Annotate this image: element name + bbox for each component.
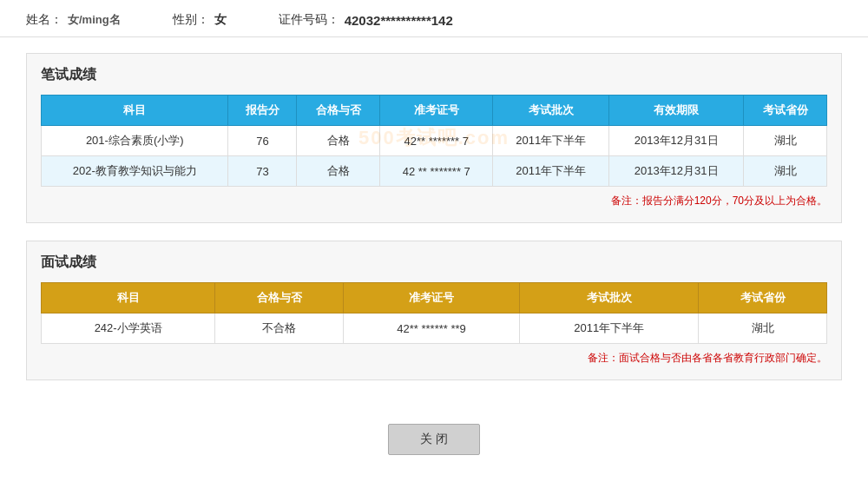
col-batch: 考试批次 [493,96,609,126]
cell-subject: 202-教育教学知识与能力 [42,156,228,187]
cell-examid: 42 ** ******* 7 [380,156,493,187]
cell-valid: 2013年12月31日 [609,156,744,187]
cell-batch: 2011年下半年 [493,126,609,156]
interview-title: 面试成绩 [41,254,827,272]
cell-score: 76 [228,126,297,156]
cell-score: 73 [228,156,297,187]
id-label: 证件号码： [279,12,339,28]
cell-valid: 2013年12月31日 [609,126,744,156]
written-section: 500考试吧.com 笔试成绩 科目 报告分 合格与否 准考证号 考试批次 有效… [26,53,842,223]
page-wrapper: 姓名： 女/ming名 性别： 女 证件号码： 42032**********1… [0,0,868,495]
col-pass: 合格与否 [215,283,344,314]
col-pass: 合格与否 [297,96,380,126]
table-row: 201-综合素质(小学) 76 合格 42** ******* 7 2011年下… [42,126,827,156]
col-score: 报告分 [228,96,297,126]
interview-note: 备注：面试合格与否由各省各省教育行政部门确定。 [41,351,827,366]
table-row: 242-小学英语 不合格 42** ****** **9 2011年下半年 湖北 [42,314,827,344]
interview-section: 面试成绩 科目 合格与否 准考证号 考试批次 考试省份 242-小学英语 不合格 [26,241,842,380]
table-row: 202-教育教学知识与能力 73 合格 42 ** ******* 7 2011… [42,156,827,187]
interview-table-header-row: 科目 合格与否 准考证号 考试批次 考试省份 [42,283,827,314]
written-note: 备注：报告分满分120分，70分及以上为合格。 [41,194,827,208]
cell-province: 湖北 [744,126,827,156]
col-subject: 科目 [42,283,215,314]
close-button[interactable]: 关 闭 [388,424,480,455]
footer: 关 闭 [0,415,868,472]
written-table-header-row: 科目 报告分 合格与否 准考证号 考试批次 有效期限 考试省份 [42,96,827,126]
col-examid: 准考证号 [343,283,519,314]
name-value: 女/ming名 [68,12,121,28]
cell-province: 湖北 [699,314,827,344]
col-province: 考试省份 [699,283,827,314]
written-title: 笔试成绩 [41,66,827,84]
gender-value: 女 [214,12,227,28]
cell-examid: 42** ******* 7 [380,126,493,156]
main-content: 500考试吧.com 笔试成绩 科目 报告分 合格与否 准考证号 考试批次 有效… [0,37,868,415]
cell-pass: 不合格 [215,314,344,344]
col-valid: 有效期限 [609,96,744,126]
name-field: 姓名： 女/ming名 [26,12,121,28]
cell-pass: 合格 [297,126,380,156]
col-examid: 准考证号 [380,96,493,126]
cell-province: 湖北 [744,156,827,187]
header-bar: 姓名： 女/ming名 性别： 女 证件号码： 42032**********1… [0,0,868,37]
written-table: 科目 报告分 合格与否 准考证号 考试批次 有效期限 考试省份 201-综合素质… [41,95,827,187]
id-field: 证件号码： 42032**********142 [279,12,453,28]
gender-field: 性别： 女 [173,12,227,28]
cell-pass: 合格 [297,156,380,187]
cell-batch: 2011年下半年 [493,156,609,187]
col-subject: 科目 [42,96,228,126]
cell-examid: 42** ****** **9 [343,314,519,344]
cell-batch: 2011年下半年 [520,314,699,344]
id-value: 42032**********142 [345,13,453,28]
name-label: 姓名： [26,12,62,28]
cell-subject: 201-综合素质(小学) [42,126,228,156]
gender-label: 性别： [173,12,209,28]
interview-table: 科目 合格与否 准考证号 考试批次 考试省份 242-小学英语 不合格 42**… [41,282,827,344]
cell-subject: 242-小学英语 [42,314,215,344]
col-batch: 考试批次 [520,283,699,314]
col-province: 考试省份 [744,96,827,126]
